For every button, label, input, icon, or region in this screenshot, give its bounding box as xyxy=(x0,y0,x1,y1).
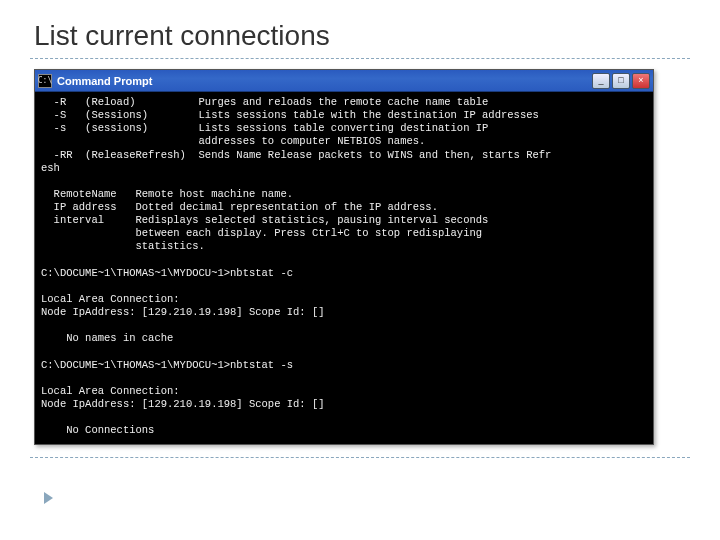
close-button[interactable]: × xyxy=(632,73,650,89)
bullet-arrow-icon xyxy=(44,492,53,504)
window-controls: _ □ × xyxy=(592,73,650,89)
divider-top xyxy=(30,58,690,59)
window-titlebar: C:\ Command Prompt _ □ × xyxy=(35,70,653,92)
window-title: Command Prompt xyxy=(57,75,592,87)
terminal-output: -R (Reload) Purges and reloads the remot… xyxy=(35,92,653,444)
slide-title: List current connections xyxy=(30,20,690,52)
divider-bottom xyxy=(30,457,690,458)
cmd-icon: C:\ xyxy=(38,74,52,88)
maximize-button[interactable]: □ xyxy=(612,73,630,89)
command-prompt-window: C:\ Command Prompt _ □ × -R (Reload) Pur… xyxy=(34,69,654,445)
minimize-button[interactable]: _ xyxy=(592,73,610,89)
